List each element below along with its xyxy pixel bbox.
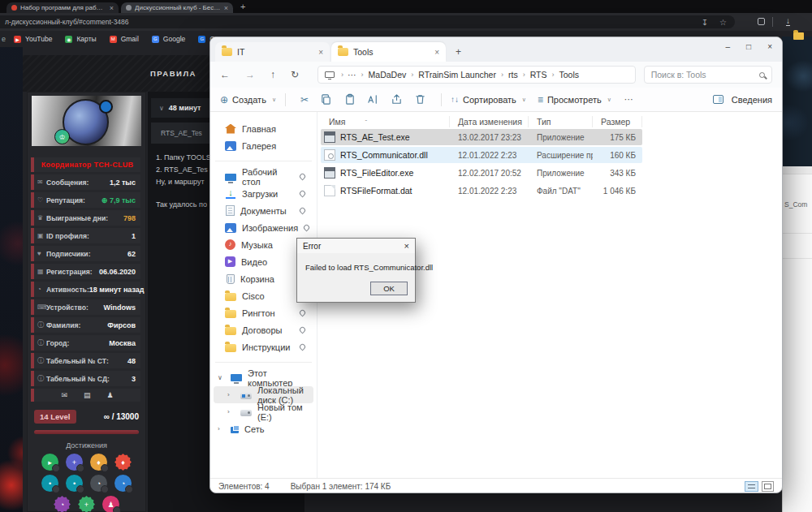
chevron-right-icon: ›	[501, 71, 503, 79]
extensions-icon[interactable]	[758, 18, 765, 25]
column-header-type[interactable]: Тип	[529, 116, 593, 127]
sidebar-item[interactable]: › Сеть	[214, 420, 313, 437]
bookmark-item[interactable]: G Google	[152, 35, 185, 43]
profile-stat-row: ✉ Сообщения: 1,2 тыс	[31, 174, 140, 190]
bookmark-fragment[interactable]: e	[2, 35, 6, 43]
details-pane-icon	[713, 95, 723, 104]
maximize-button[interactable]: □	[746, 42, 751, 51]
file-row[interactable]: RTS_Communicator.dll 12.01.2022 2:23 Рас…	[321, 147, 642, 163]
stat-icon: ◔	[37, 286, 46, 293]
sidebar-item[interactable]: Загрузки	[214, 185, 313, 202]
forum-nav-item[interactable]: ПРАВИЛА	[150, 69, 197, 78]
quick-action-icon[interactable]: ♟	[106, 391, 113, 399]
sidebar-item-icon	[231, 374, 242, 381]
dialog-close-icon[interactable]: ×	[404, 241, 409, 251]
expand-chevron-icon[interactable]: ›	[227, 391, 235, 398]
explorer-command-bar: ⊕ Создать ∨ ✂ ↑↓ Со	[210, 88, 782, 112]
ok-button[interactable]: OK	[370, 282, 408, 295]
sidebar-item-label: Инструкции	[242, 342, 290, 352]
breadcrumb-item[interactable]: › RTrainSim Launcher	[406, 70, 496, 80]
paste-icon[interactable]	[343, 93, 356, 105]
expand-chevron-icon[interactable]: ∨	[218, 374, 225, 381]
sidebar-item[interactable]: Договоры	[214, 321, 313, 338]
sidebar-item[interactable]: Рабочий стол	[214, 168, 313, 185]
details-pane-button[interactable]: Сведения	[713, 95, 772, 105]
tab-close-icon[interactable]: ×	[224, 4, 228, 12]
search-input[interactable]: Поиск в: Tools	[644, 66, 772, 84]
stat-value: Москва	[109, 339, 136, 347]
profile-stat-row: ⓘ Фамилия: Фирсов	[31, 317, 140, 333]
new-tab-button[interactable]: +	[240, 2, 245, 13]
search-placeholder: Поиск в: Tools	[651, 70, 706, 80]
browser-tab[interactable]: Дискуссионный клуб - Бесед ×	[121, 2, 233, 13]
icons-view-toggle[interactable]	[762, 481, 774, 492]
breadcrumb-item[interactable]: › MaDaDev	[356, 70, 407, 80]
level-progress-bar	[34, 430, 139, 434]
delete-icon[interactable]	[414, 93, 426, 105]
bookmark-item[interactable]: ◉ Карты	[65, 35, 96, 43]
rename-icon[interactable]	[367, 93, 379, 105]
sidebar-item[interactable]: Рингтон	[214, 304, 313, 321]
tab-close-icon[interactable]: ×	[318, 48, 323, 57]
bookmark-item[interactable]: ▶ YouTube	[14, 35, 52, 43]
refresh-button[interactable]: ↻	[291, 69, 299, 80]
breadcrumb[interactable]: › ··· › MaDaDev › RTrainSim Launcher	[317, 66, 636, 84]
view-button[interactable]: ≡ Просмотреть ∨	[538, 94, 611, 105]
bookmark-star-icon[interactable]: ☆	[719, 18, 727, 27]
breadcrumb-item[interactable]: › rts	[496, 70, 518, 80]
quick-action-icon[interactable]: ✉	[61, 391, 67, 399]
more-options-icon[interactable]: ⋯	[624, 94, 633, 105]
file-name: RTS_AE_Test.exe	[340, 132, 410, 142]
install-icon[interactable]: ↧	[702, 18, 708, 27]
stat-value: 48	[127, 357, 136, 365]
stat-icon: ✉	[37, 179, 46, 186]
achievement-badge: •	[66, 475, 83, 492]
sidebar-item[interactable]: › Новый том (E:)	[214, 403, 313, 420]
cut-icon[interactable]: ✂	[300, 94, 309, 105]
breadcrumb-item[interactable]: › Tools	[546, 70, 579, 80]
sidebar-item-icon	[225, 327, 236, 335]
breadcrumb-item[interactable]: › RTS	[518, 70, 547, 80]
minimize-button[interactable]: –	[726, 42, 731, 51]
sidebar-item[interactable]: Инструкции	[214, 338, 313, 355]
achievement-badge: •	[41, 475, 58, 492]
details-view-toggle[interactable]	[745, 481, 758, 492]
column-header-name[interactable]: Имя ˆ	[321, 116, 450, 127]
close-button[interactable]: ×	[767, 42, 772, 51]
column-header-size[interactable]: Размер	[593, 116, 642, 127]
forward-button[interactable]: →	[245, 69, 255, 80]
file-row[interactable]: RTS_FileEditor.exe 12.02.2017 20:52 Прил…	[321, 165, 642, 181]
expand-chevron-icon[interactable]: ›	[227, 408, 235, 415]
downloads-icon[interactable]: ↓	[786, 16, 790, 26]
stat-label: Выигранные дни:	[46, 214, 108, 222]
back-button[interactable]: ←	[220, 69, 230, 80]
sort-button[interactable]: ↑↓ Сортировать ∨	[451, 95, 526, 105]
sidebar-item[interactable]: Документы	[214, 202, 313, 219]
sidebar-item[interactable]: Изображения	[214, 219, 313, 236]
browser-tab[interactable]: Набор программ для работы ×	[6, 2, 119, 13]
tab-title: Набор программ для работы	[20, 4, 106, 11]
sidebar-item[interactable]: › Локальный диск (C:)	[214, 386, 313, 403]
bookmark-item[interactable]: M Gmail	[110, 35, 139, 43]
quick-action-icon[interactable]: ▤	[84, 391, 91, 399]
share-icon[interactable]	[391, 93, 403, 105]
tab-close-icon[interactable]: ×	[434, 48, 439, 57]
copy-icon[interactable]	[320, 93, 332, 105]
explorer-tab[interactable]: IT ×	[215, 42, 330, 62]
address-bar[interactable]: л-дискуссионный-клуб/#comment-3486 ↧ ☆	[0, 15, 735, 28]
sidebar-item[interactable]: Галерея	[214, 137, 313, 154]
sidebar-item[interactable]: Главная	[214, 120, 313, 137]
explorer-tab[interactable]: Tools ×	[331, 42, 446, 62]
tab-close-icon[interactable]: ×	[110, 4, 114, 12]
collapse-chevron-icon: ∨	[159, 105, 164, 112]
file-row[interactable]: RTSFileFormat.dat 12.01.2022 2:23 Файл "…	[321, 183, 642, 199]
breadcrumb-overflow[interactable]: ···	[348, 70, 356, 80]
column-header-date[interactable]: Дата изменения	[450, 116, 529, 127]
expand-chevron-icon[interactable]: ›	[218, 425, 225, 432]
bookmark-label: Google	[163, 35, 185, 43]
new-button[interactable]: ⊕ Создать ∨	[220, 94, 276, 105]
sidebar-item[interactable]: ∨ Этот компьютер	[214, 369, 313, 386]
file-row[interactable]: RTS_AE_Test.exe 13.02.2017 23:23 Приложе…	[321, 129, 642, 145]
explorer-new-tab-button[interactable]: +	[456, 46, 461, 58]
up-button[interactable]: ↑	[270, 69, 275, 80]
